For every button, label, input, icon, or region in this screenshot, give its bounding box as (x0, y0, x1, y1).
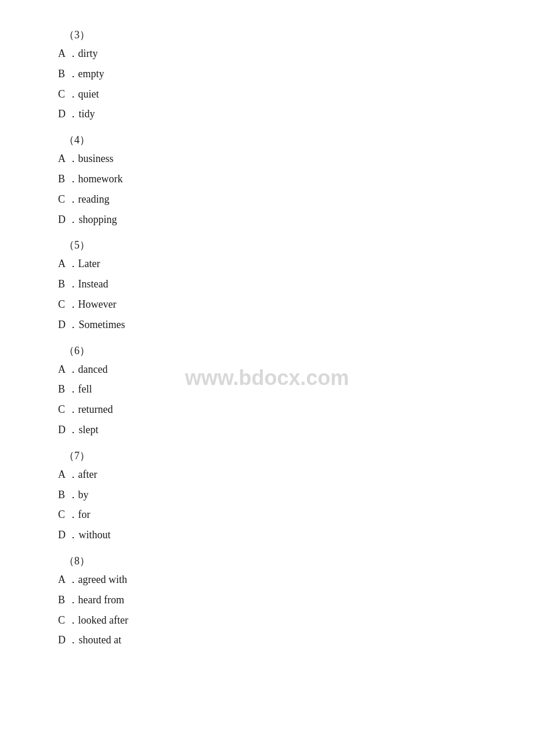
option-5-0: A ．agreed with (58, 571, 476, 588)
option-3-0: A ．danced (58, 361, 476, 378)
question-number-0: （3） (58, 28, 476, 42)
option-4-0: A ．after (58, 466, 476, 483)
question-number-1: （4） (58, 133, 476, 147)
option-3-2: C ．returned (58, 401, 476, 418)
option-0-2: C ．quiet (58, 86, 476, 103)
option-2-3: D ．Sometimes (58, 316, 476, 333)
option-0-0: A ．dirty (58, 45, 476, 62)
option-5-2: C ．looked after (58, 612, 476, 629)
option-3-1: B ．fell (58, 381, 476, 398)
questions-container: （3）A ．dirtyB ．emptyC ．quietD ．tidy（4）A ．… (58, 28, 476, 649)
option-1-3: D ．shopping (58, 211, 476, 228)
option-1-0: A ．business (58, 150, 476, 167)
question-number-2: （5） (58, 238, 476, 252)
option-2-1: B ．Instead (58, 276, 476, 293)
question-number-4: （7） (58, 449, 476, 463)
option-0-1: B ．empty (58, 66, 476, 82)
option-5-3: D ．shouted at (58, 632, 476, 649)
option-5-1: B ．heard from (58, 592, 476, 609)
question-number-3: （6） (58, 344, 476, 358)
option-2-0: A ．Later (58, 255, 476, 272)
question-number-5: （8） (58, 554, 476, 568)
option-0-3: D ．tidy (58, 106, 476, 123)
option-4-1: B ．by (58, 487, 476, 503)
option-1-1: B ．homework (58, 171, 476, 188)
option-3-3: D ．slept (58, 422, 476, 438)
option-4-3: D ．without (58, 527, 476, 543)
option-2-2: C ．However (58, 296, 476, 313)
option-1-2: C ．reading (58, 191, 476, 208)
option-4-2: C ．for (58, 506, 476, 523)
